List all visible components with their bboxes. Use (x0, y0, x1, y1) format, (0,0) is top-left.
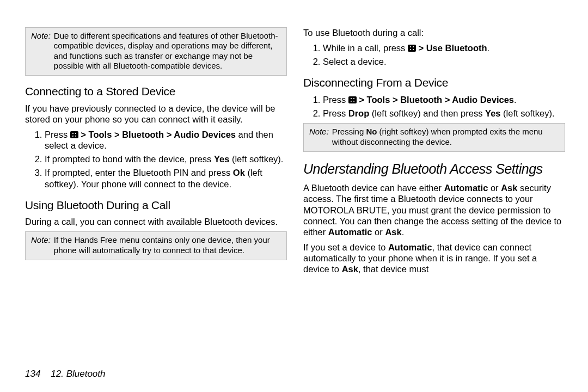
page-number: 134 (25, 369, 40, 379)
text: If you set a device to (303, 242, 388, 252)
left-column: Note: Due to different specifications an… (25, 27, 287, 351)
text: (left softkey). (501, 108, 555, 118)
softkey-label: Ok (233, 168, 245, 177)
text: If prompted, enter the Bluetooth PIN and… (45, 168, 233, 177)
softkey-label: No (366, 127, 377, 136)
heading-connecting: Connecting to a Stored Device (25, 84, 287, 99)
text: , that device must (358, 264, 428, 274)
steps-list: Press > Tools > Bluetooth > Audio Device… (25, 129, 287, 189)
softkey-label: Yes (214, 154, 229, 164)
list-item: Press > Tools > Bluetooth > Audio Device… (45, 129, 287, 151)
text: . (514, 95, 517, 105)
option-label: Automatic (328, 227, 372, 237)
text: Press (45, 130, 70, 139)
menu-icon (348, 96, 357, 103)
menu-path: > Tools > Bluetooth > Audio Devices (357, 95, 514, 105)
option-label: Ask (501, 183, 517, 193)
text: While in a call, press (323, 43, 408, 53)
text: If prompted to bond with the device, pre… (45, 154, 214, 164)
steps-list: Press > Tools > Bluetooth > Audio Device… (303, 94, 565, 119)
option-label: Ask (342, 264, 358, 274)
note-box: Note: If the Hands Free menu contains on… (25, 231, 287, 260)
text: . (402, 227, 405, 237)
page-footer: 134 12. Bluetooth (25, 369, 105, 380)
note-label: Note: (31, 235, 54, 255)
body-text: During a call, you can connect with avai… (25, 216, 287, 227)
option-label: Ask (385, 227, 401, 237)
list-item: Select a device. (323, 56, 565, 67)
list-item: If prompted, enter the Bluetooth PIN and… (45, 167, 287, 189)
body-text: If you set a device to Automatic, that d… (303, 242, 565, 274)
option-label: Automatic (388, 242, 432, 252)
text: Press (323, 108, 348, 118)
heading-access-settings: Understanding Bluetooth Access Settings (303, 161, 565, 177)
menu-icon (408, 45, 416, 52)
note-box: Note: Due to different specifications an… (25, 27, 287, 76)
body-text: If you have previously connected to a de… (25, 103, 287, 125)
list-item: While in a call, press > Use Bluetooth. (323, 42, 565, 53)
text: or (488, 183, 501, 193)
text: (left softkey) and then press (369, 108, 485, 118)
steps-list: While in a call, press > Use Bluetooth. … (303, 42, 565, 67)
right-column: To use Bluetooth during a call: While in… (303, 27, 565, 351)
text: . (487, 43, 490, 53)
heading-disconnecting: Disconnecting From a Device (303, 76, 565, 90)
text: Pressing (332, 127, 366, 136)
text: or (372, 227, 385, 237)
note-text: Pressing No (right softkey) when prompte… (332, 127, 559, 147)
note-label: Note: (309, 127, 332, 147)
heading-using-bluetooth-call: Using Bluetooth During a Call (25, 198, 287, 212)
menu-path: > Tools > Bluetooth > Audio Devices (78, 130, 236, 139)
list-item: If prompted to bond with the device, pre… (45, 154, 287, 164)
note-label: Note: (31, 31, 54, 71)
list-item: Press > Tools > Bluetooth > Audio Device… (323, 94, 565, 105)
list-item: Press Drop (left softkey) and then press… (323, 108, 565, 119)
menu-path: > Use Bluetooth (416, 43, 487, 53)
menu-icon (70, 131, 78, 138)
text: Press (323, 95, 348, 105)
softkey-label: Yes (485, 108, 500, 118)
body-text: To use Bluetooth during a call: (303, 27, 565, 38)
body-text: A Bluetooth device can have either Autom… (303, 182, 565, 237)
option-label: Automatic (444, 183, 488, 193)
text: (left softkey). (229, 154, 283, 164)
note-box: Note: Pressing No (right softkey) when p… (303, 123, 565, 152)
chapter-title: 12. Bluetooth (51, 369, 105, 379)
text: A Bluetooth device can have either (303, 183, 444, 193)
softkey-label: Drop (348, 108, 370, 118)
note-text: If the Hands Free menu contains only one… (54, 235, 281, 255)
manual-page: Note: Due to different specifications an… (0, 0, 588, 359)
note-text: Due to different specifications and feat… (54, 31, 281, 71)
